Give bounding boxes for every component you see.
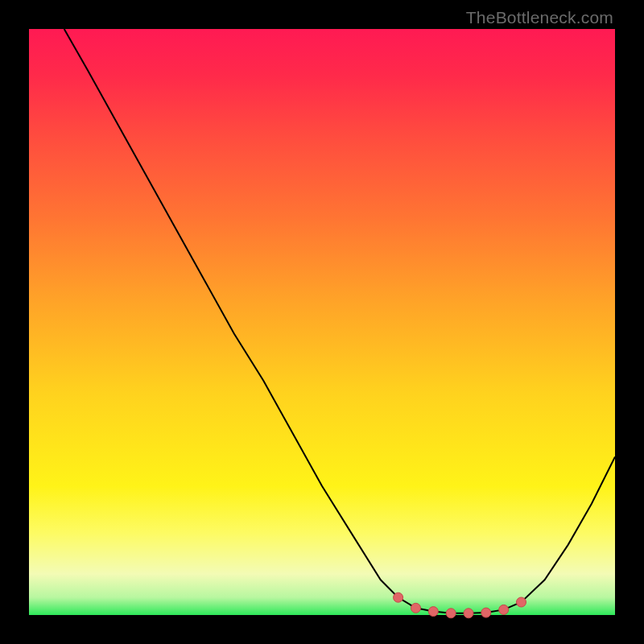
valley-dot [464,609,473,618]
chart-overlay [29,29,615,615]
valley-dot [499,605,509,614]
valley-dot [394,592,403,602]
valley-dot [481,608,491,617]
valley-dots [394,592,526,618]
bottleneck-curve [64,29,615,613]
valley-dot [517,597,526,607]
chart-frame: TheBottleneck.com [0,0,644,644]
valley-dot [428,607,438,617]
valley-dot [411,603,421,613]
watermark-text: TheBottleneck.com [466,8,613,27]
valley-dot [446,609,456,618]
